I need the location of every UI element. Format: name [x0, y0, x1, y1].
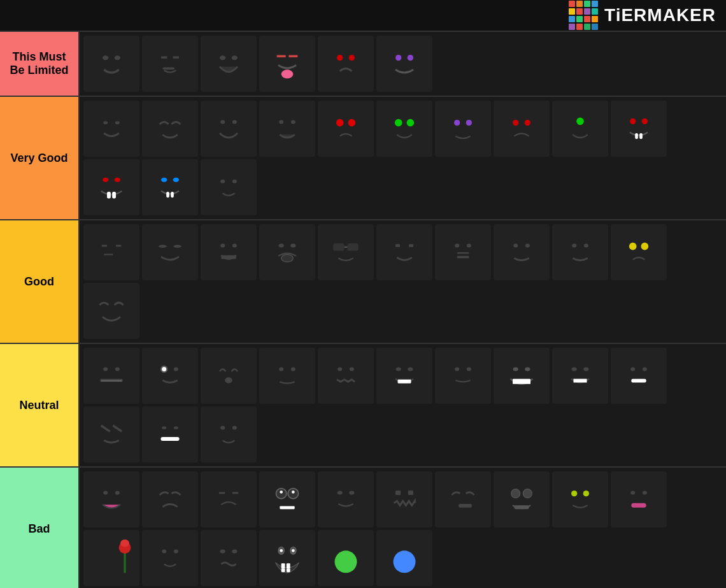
- logo-cell: [584, 8, 590, 15]
- svg-rect-60: [457, 252, 469, 254]
- svg-rect-115: [514, 505, 529, 509]
- svg-point-98: [232, 426, 237, 430]
- logo-cell: [584, 24, 590, 30]
- face-svg: [382, 41, 427, 86]
- face-item[interactable]: [201, 36, 257, 92]
- face-item[interactable]: [259, 101, 315, 157]
- face-item[interactable]: [142, 159, 198, 215]
- logo-cell: [592, 24, 598, 30]
- tier-label-good: Good: [0, 220, 80, 343]
- face-svg: [148, 106, 192, 151]
- face-item[interactable]: [83, 471, 139, 527]
- svg-point-24: [454, 120, 460, 125]
- face-item[interactable]: [376, 224, 432, 280]
- svg-point-14: [103, 121, 108, 124]
- face-item[interactable]: [611, 471, 667, 527]
- face-item[interactable]: [552, 101, 608, 157]
- face-svg: [89, 165, 134, 210]
- face-item[interactable]: [83, 530, 139, 586]
- face-svg: [499, 354, 544, 398]
- face-item[interactable]: [318, 101, 374, 157]
- face-item[interactable]: [142, 348, 198, 404]
- face-item[interactable]: [435, 348, 491, 404]
- face-item[interactable]: [259, 530, 315, 586]
- face-item[interactable]: [83, 406, 139, 463]
- svg-point-78: [350, 368, 354, 371]
- face-svg: [206, 354, 251, 398]
- face-item[interactable]: [435, 101, 491, 157]
- tier-content-neutral: [80, 344, 726, 466]
- face-item[interactable]: [83, 224, 139, 280]
- face-item[interactable]: [611, 101, 667, 157]
- face-item[interactable]: [376, 471, 432, 527]
- face-item[interactable]: [376, 348, 432, 404]
- face-item[interactable]: [318, 348, 374, 404]
- svg-point-38: [173, 178, 179, 182]
- face-item[interactable]: [83, 36, 139, 92]
- face-item[interactable]: [259, 224, 315, 280]
- face-item[interactable]: [494, 101, 550, 157]
- face-item[interactable]: [611, 224, 667, 280]
- svg-point-90: [630, 368, 635, 371]
- face-item[interactable]: [142, 471, 198, 527]
- face-item[interactable]: [142, 36, 198, 92]
- face-item[interactable]: [259, 36, 315, 92]
- face-item[interactable]: [552, 471, 608, 527]
- face-svg: [499, 230, 544, 275]
- face-svg: [441, 354, 485, 398]
- face-item[interactable]: [318, 471, 374, 527]
- face-item[interactable]: [201, 406, 257, 463]
- face-item[interactable]: [611, 348, 667, 404]
- face-item[interactable]: [201, 101, 257, 157]
- svg-rect-70: [101, 380, 122, 382]
- face-item[interactable]: [494, 224, 550, 280]
- svg-point-72: [162, 367, 166, 371]
- svg-point-109: [349, 491, 354, 495]
- face-item[interactable]: [318, 530, 374, 586]
- svg-point-23: [407, 119, 415, 127]
- face-svg: [324, 230, 368, 275]
- svg-point-42: [232, 180, 237, 183]
- face-item[interactable]: [83, 283, 139, 339]
- face-item[interactable]: [201, 471, 257, 527]
- face-item[interactable]: [142, 101, 198, 157]
- svg-point-19: [291, 120, 295, 124]
- face-svg: [382, 477, 427, 522]
- face-item[interactable]: [376, 101, 432, 157]
- face-item[interactable]: [142, 530, 198, 586]
- svg-rect-132: [281, 563, 285, 568]
- face-item[interactable]: [494, 348, 550, 404]
- face-item[interactable]: [435, 224, 491, 280]
- face-item[interactable]: [318, 224, 374, 280]
- face-svg: [265, 536, 310, 580]
- face-item[interactable]: [83, 101, 139, 157]
- face-item[interactable]: [494, 471, 550, 527]
- face-item[interactable]: [201, 530, 257, 586]
- face-item[interactable]: [259, 471, 315, 527]
- face-item[interactable]: [83, 159, 139, 215]
- face-svg: [265, 41, 310, 86]
- face-item[interactable]: [83, 348, 139, 404]
- svg-point-15: [115, 121, 120, 124]
- face-item[interactable]: [552, 224, 608, 280]
- svg-point-58: [467, 244, 471, 248]
- face-item[interactable]: [142, 406, 198, 463]
- svg-point-74: [225, 377, 232, 383]
- face-item[interactable]: [435, 471, 491, 527]
- face-item[interactable]: [259, 348, 315, 404]
- face-item[interactable]: [201, 224, 257, 280]
- svg-point-27: [525, 120, 530, 125]
- svg-rect-31: [635, 133, 638, 139]
- svg-rect-92: [631, 379, 646, 383]
- face-item[interactable]: [201, 348, 257, 404]
- face-item[interactable]: [201, 159, 257, 215]
- face-item[interactable]: [376, 36, 432, 92]
- face-item[interactable]: [552, 348, 608, 404]
- face-svg: [265, 477, 310, 522]
- face-item[interactable]: [318, 36, 374, 92]
- svg-point-13: [408, 55, 413, 61]
- face-item[interactable]: [142, 224, 198, 280]
- face-item[interactable]: [376, 530, 432, 586]
- face-svg: [558, 477, 602, 522]
- face-svg: [382, 106, 427, 151]
